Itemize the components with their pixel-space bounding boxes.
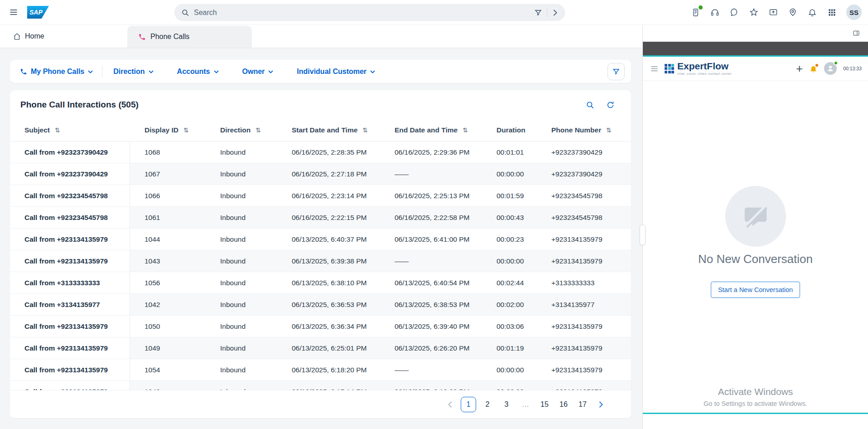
cell-subject[interactable]: Call from +923134135979 xyxy=(10,250,130,272)
filter-label: Owner xyxy=(242,68,265,76)
table-row[interactable]: Call from +923134135979 1049 Inbound 06/… xyxy=(10,337,631,359)
export-icon[interactable] xyxy=(768,7,778,17)
tab-phone-calls[interactable]: Phone Calls xyxy=(127,26,252,48)
widget-notifications-icon[interactable] xyxy=(809,64,818,73)
cell-end-date: 06/13/2025, 6:39:40 PM xyxy=(380,316,482,337)
cell-start-date: 06/13/2025, 6:40:37 PM xyxy=(277,229,380,250)
activate-windows-line2: Go to Settings to activate Windows. xyxy=(643,400,868,407)
column-header-duration[interactable]: Duration⇅ xyxy=(482,119,537,141)
phone-icon xyxy=(20,68,27,75)
cell-subject[interactable]: Call from +923134135979 xyxy=(10,229,130,250)
table-row[interactable]: Call from +923134135979 1044 Inbound 06/… xyxy=(10,229,631,250)
table-row[interactable]: Call from +923234545798 1066 Inbound 06/… xyxy=(10,185,631,207)
widget-actions: + 00:13:33 xyxy=(796,62,862,75)
pagination-page[interactable]: 1 xyxy=(461,397,476,412)
widget-menu-icon[interactable] xyxy=(650,64,659,73)
table-row[interactable]: Call from +923234545798 1061 Inbound 06/… xyxy=(10,207,631,229)
search-input[interactable] xyxy=(194,9,530,17)
table-row[interactable]: Call from +923134135979 1050 Inbound 06/… xyxy=(10,316,631,337)
app-launcher-icon[interactable] xyxy=(827,7,837,17)
cti-phone-icon[interactable] xyxy=(690,7,700,17)
filter-direction[interactable]: Direction xyxy=(113,68,153,76)
table-row[interactable]: Call from +923237390429 1067 Inbound 06/… xyxy=(10,163,631,185)
user-avatar[interactable]: SS xyxy=(846,5,862,20)
sap-logo[interactable]: SAP xyxy=(27,6,49,19)
pagination-page[interactable]: 16 xyxy=(556,397,571,412)
cell-phone-number: +3133333333 xyxy=(537,272,631,293)
table-title: Phone Call Interactions (505) xyxy=(20,100,139,110)
cell-subject[interactable]: Call from +923134135979 xyxy=(10,359,130,380)
table-search-icon[interactable] xyxy=(586,101,594,109)
column-header-phone-number[interactable]: Phone Number⇅ xyxy=(537,119,631,141)
cell-subject[interactable]: Call from +923237390429 xyxy=(10,163,130,185)
new-conversation-icon[interactable]: + xyxy=(796,64,803,73)
table-row[interactable]: Call from +923237390429 1068 Inbound 06/… xyxy=(10,141,631,163)
table-row[interactable]: Call from +3134135977 1042 Inbound 06/13… xyxy=(10,294,631,316)
column-header-display-id[interactable]: Display ID⇅ xyxy=(130,119,206,141)
menu-icon[interactable] xyxy=(9,8,18,17)
global-search[interactable] xyxy=(174,4,565,21)
table-row[interactable]: Call from +923134135979 1054 Inbound 06/… xyxy=(10,359,631,381)
cell-direction: Inbound xyxy=(206,294,277,315)
headset-icon[interactable] xyxy=(710,7,720,17)
panel-collapse-handle[interactable] xyxy=(640,224,646,245)
pagination-page[interactable]: 15 xyxy=(537,397,552,412)
pagination-prev-icon[interactable] xyxy=(444,397,457,412)
panel-dock-icon[interactable] xyxy=(853,29,860,37)
cell-subject[interactable]: Call from +3134135977 xyxy=(10,294,130,315)
feedback-icon[interactable] xyxy=(729,7,739,17)
search-filter-icon[interactable] xyxy=(534,9,542,17)
sap-logo-text: SAP xyxy=(29,9,43,16)
cell-subject[interactable]: Call from +923134135979 xyxy=(10,337,130,359)
cell-display-id: 1042 xyxy=(130,294,206,315)
cell-subject[interactable]: Call from +3133333333 xyxy=(10,272,130,293)
adapt-filters-button[interactable] xyxy=(608,63,625,80)
cell-display-id: 1067 xyxy=(130,163,206,185)
column-header-start-date[interactable]: Start Date and Time⇅ xyxy=(277,119,380,141)
table-header: Subject⇅ Display ID⇅ Direction⇅ Start Da… xyxy=(10,119,631,141)
separator xyxy=(547,8,547,17)
cell-duration: 00:03:08 xyxy=(482,381,537,390)
pagination-page[interactable]: 3 xyxy=(499,397,514,412)
table-row[interactable]: Call from +3133333333 1056 Inbound 06/13… xyxy=(10,272,631,294)
filter-bar: My Phone Calls Direction Accounts Owner xyxy=(10,60,631,83)
filter-owner[interactable]: Owner xyxy=(242,68,274,76)
pagination-page[interactable]: 2 xyxy=(480,397,495,412)
column-header-direction[interactable]: Direction⇅ xyxy=(206,119,277,141)
start-conversation-button[interactable]: Start a New Conversation xyxy=(711,282,800,298)
filter-accounts[interactable]: Accounts xyxy=(177,68,219,76)
brand-tagline: chat, voice, video contact center xyxy=(677,72,732,76)
table-row[interactable]: Call from +923134135979 1043 Inbound 06/… xyxy=(10,250,631,272)
favorites-icon[interactable] xyxy=(749,7,759,17)
table-row[interactable]: Call from +923134135979 1048 Inbound 06/… xyxy=(10,381,631,390)
cell-duration: 00:00:23 xyxy=(482,229,537,250)
cell-subject[interactable]: Call from +923134135979 xyxy=(10,381,130,390)
cell-direction: Inbound xyxy=(206,207,277,228)
filter-individual-customer[interactable]: Individual Customer xyxy=(297,68,375,76)
table-body: Call from +923237390429 1068 Inbound 06/… xyxy=(10,141,631,390)
search-go-icon[interactable] xyxy=(552,10,558,16)
cell-phone-number: +923237390429 xyxy=(537,163,631,185)
pagination-pages: 123…151617 xyxy=(461,397,590,412)
cell-subject[interactable]: Call from +923237390429 xyxy=(10,141,130,163)
pagination-next-icon[interactable] xyxy=(594,397,608,412)
column-header-subject[interactable]: Subject⇅ xyxy=(10,119,130,141)
agent-avatar[interactable] xyxy=(824,62,837,75)
cell-phone-number: +3134135977 xyxy=(537,294,631,315)
pagination-page[interactable]: 17 xyxy=(575,397,590,412)
cell-end-date: —— xyxy=(380,250,482,272)
cell-subject[interactable]: Call from +923234545798 xyxy=(10,185,130,206)
cell-subject[interactable]: Call from +923234545798 xyxy=(10,207,130,228)
column-header-end-date[interactable]: End Date and Time⇅ xyxy=(380,119,482,141)
notifications-icon[interactable] xyxy=(807,7,817,17)
filter-my-phone-calls[interactable]: My Phone Calls xyxy=(20,68,93,76)
cell-subject[interactable]: Call from +923134135979 xyxy=(10,316,130,337)
tab-home-label: Home xyxy=(25,32,44,40)
tab-home[interactable]: Home xyxy=(13,32,44,40)
table-refresh-icon[interactable] xyxy=(606,101,615,109)
search-icon xyxy=(181,9,189,17)
cell-display-id: 1043 xyxy=(130,250,206,272)
brand-name: ExpertFlow xyxy=(677,61,732,71)
location-icon[interactable] xyxy=(788,7,798,17)
main-content: Home Phone Calls My Phone Calls xyxy=(0,25,642,429)
